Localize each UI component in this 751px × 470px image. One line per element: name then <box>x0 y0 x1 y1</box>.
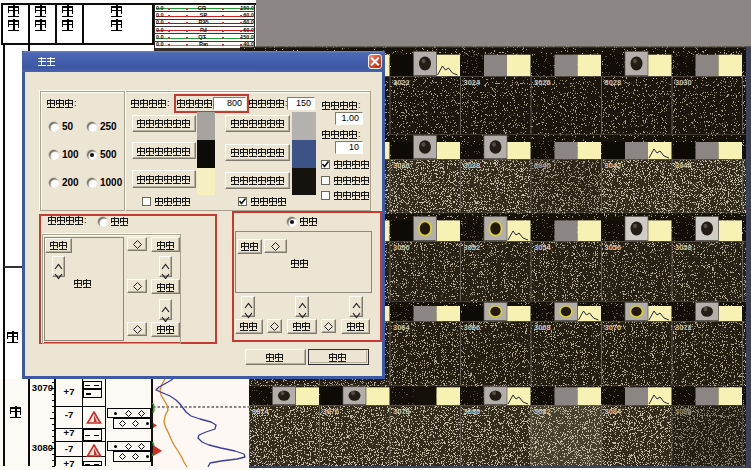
svg-text:3036: 3036 <box>393 161 410 170</box>
svg-text:3028: 3028 <box>605 78 622 87</box>
svg-text:3044: 3044 <box>675 161 693 170</box>
svg-text:3076: 3076 <box>323 407 340 416</box>
svg-text:3078: 3078 <box>393 407 410 416</box>
svg-text:3058: 3058 <box>675 243 692 252</box>
svg-text:3052: 3052 <box>464 243 481 252</box>
svg-text:3080: 3080 <box>464 407 481 416</box>
svg-text:3024: 3024 <box>464 78 482 87</box>
svg-text:3022: 3022 <box>393 78 410 87</box>
svg-text:3066: 3066 <box>464 323 481 332</box>
svg-text:3042: 3042 <box>605 161 622 170</box>
svg-text:3072: 3072 <box>675 323 692 332</box>
svg-text:3064: 3064 <box>393 323 411 332</box>
svg-text:3056: 3056 <box>605 243 622 252</box>
svg-text:3030: 3030 <box>675 78 692 87</box>
svg-text:3050: 3050 <box>393 243 410 252</box>
svg-text:3038: 3038 <box>464 161 481 170</box>
svg-text:3068: 3068 <box>534 323 551 332</box>
svg-text:3054: 3054 <box>534 243 552 252</box>
svg-text:3084: 3084 <box>605 407 623 416</box>
svg-text:3074: 3074 <box>252 407 270 416</box>
svg-text:3026: 3026 <box>534 78 551 87</box>
svg-text:3070: 3070 <box>605 323 622 332</box>
